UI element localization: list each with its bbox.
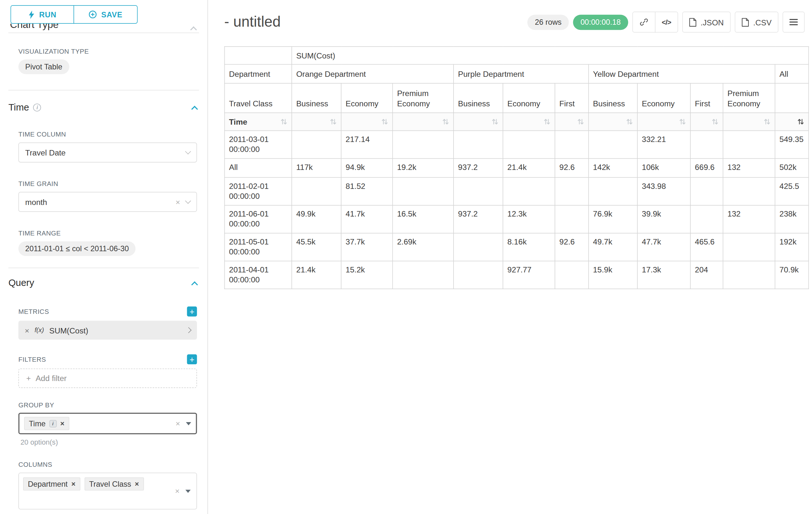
row-axis-label: Travel Class (225, 83, 292, 113)
sort-icon[interactable] (281, 118, 287, 125)
lightning-icon (28, 10, 35, 19)
table-row: 2011-05-01 00:00:00 45.5k 37.7k 2.69k 8.… (225, 233, 809, 261)
metric-header-cell: SUM(Cost) (292, 47, 809, 64)
pivot-table-container: SUM(Cost) Department Orange Department P… (224, 46, 812, 289)
clear-icon[interactable]: × (176, 420, 180, 428)
columns-select[interactable]: Department × Travel Class × × (18, 472, 197, 510)
metric-item[interactable]: × f(x) SUM(Cost) (18, 321, 197, 340)
table-cell: 92.6 (555, 233, 589, 261)
table-row: 2011-03-01 00:00:00 217.14 332.21 549.35 (225, 131, 809, 159)
table-row: 2011-04-01 00:00:00 21.4k 15.2k 927.77 1… (225, 261, 809, 289)
table-cell (292, 177, 341, 205)
menu-icon (789, 19, 798, 20)
table-row: 2011-02-01 00:00:00 81.52 343.98 425.5 (225, 177, 809, 205)
divider (8, 268, 199, 268)
table-cell (723, 113, 775, 131)
columns-tag[interactable]: Department × (23, 477, 80, 491)
chart-header: - untitled 26 rows 00:00:00.18 </> (208, 0, 812, 39)
time-range-label: TIME RANGE (18, 230, 197, 237)
col-header: Premium Economy (723, 83, 775, 113)
table-cell: 106k (637, 158, 690, 177)
row-header-cell: 2011-04-01 00:00:00 (225, 261, 292, 289)
table-cell: 21.4k (292, 261, 341, 289)
sort-icon[interactable] (381, 118, 388, 125)
plus-icon: + (190, 307, 194, 316)
remove-tag-icon[interactable]: × (135, 480, 139, 488)
remove-tag-icon[interactable]: × (60, 420, 64, 428)
embed-code-button[interactable]: </> (655, 11, 678, 32)
remove-tag-icon[interactable]: × (71, 480, 76, 488)
sort-icon[interactable] (330, 118, 337, 125)
sort-icon[interactable] (712, 118, 718, 125)
table-cell (555, 113, 589, 131)
time-grain-select[interactable]: month × (18, 192, 197, 212)
table-cell (690, 131, 723, 159)
col-header: Economy (503, 83, 555, 113)
columns-tag-label: Department (28, 480, 68, 488)
save-button[interactable]: SAVE (74, 5, 138, 23)
caret-down-icon (185, 490, 191, 493)
table-cell (454, 177, 503, 205)
sort-icon[interactable] (544, 118, 550, 125)
table-cell: 927.77 (503, 261, 555, 289)
table-row: 2011-06-01 00:00:00 49.9k 41.7k 16.5k 93… (225, 205, 809, 233)
collapse-chevron-icon[interactable] (191, 105, 198, 112)
collapse-chevron-icon[interactable] (191, 281, 198, 288)
table-cell (292, 131, 341, 159)
table-cell (454, 113, 503, 131)
row-axis-label: Department (225, 64, 292, 83)
group-by-select[interactable]: Time i × × (18, 413, 197, 434)
group-by-options-count: 20 option(s) (21, 438, 208, 447)
table-cell (503, 113, 555, 131)
sort-icon[interactable] (679, 118, 686, 125)
sort-icon[interactable] (763, 118, 770, 125)
table-cell (454, 233, 503, 261)
clear-icon[interactable]: × (175, 487, 179, 495)
group-by-tag[interactable]: Time i × (24, 417, 69, 430)
columns-tag[interactable]: Travel Class × (84, 477, 144, 491)
file-download-icon (689, 18, 696, 27)
table-cell: 142k (589, 158, 637, 177)
add-filter-button[interactable]: + Add filter (18, 369, 197, 388)
sort-desc-icon[interactable] (797, 118, 804, 125)
time-column-select[interactable]: Travel Date (18, 142, 197, 162)
visualization-type-value[interactable]: Pivot Table (18, 59, 69, 74)
col-header: First (690, 83, 723, 113)
col-group-header: All (775, 64, 809, 83)
add-metric-button[interactable]: + (187, 306, 197, 317)
add-filter-plus-button[interactable]: + (187, 354, 197, 364)
results-menu-button[interactable] (782, 11, 805, 32)
download-csv-button[interactable]: .CSV (735, 11, 778, 32)
query-section-header: Query (8, 277, 197, 289)
chart-type-section-header: Chart Type (8, 24, 199, 33)
table-cell: 41.7k (341, 205, 393, 233)
explore-view: RUN SAVE Chart Type VISUALIZATION TYPE P… (0, 0, 812, 514)
table-cell (341, 113, 393, 131)
table-cell: 49.7k (589, 233, 637, 261)
table-cell: 37.7k (341, 233, 393, 261)
sort-icon[interactable] (626, 118, 633, 125)
table-cell: 669.6 (690, 158, 723, 177)
time-range-value[interactable]: 2011-01-01 ≤ col < 2011-06-30 (18, 241, 136, 256)
table-cell: 332.21 (637, 131, 690, 159)
table-row: Department Orange Department Purple Depa… (225, 64, 809, 83)
table-cell (393, 261, 454, 289)
table-cell (454, 261, 503, 289)
time-section-header: Time i (8, 102, 197, 113)
col-header (775, 83, 809, 113)
sort-icon[interactable] (577, 118, 584, 125)
table-cell: 70.9k (775, 261, 809, 289)
remove-metric-icon[interactable]: × (25, 326, 29, 334)
download-csv-label: .CSV (753, 18, 772, 27)
download-json-button[interactable]: .JSON (682, 11, 730, 32)
columns-label: COLUMNS (18, 461, 197, 468)
table-cell (589, 113, 637, 131)
run-button[interactable]: RUN (10, 5, 74, 23)
table-cell: 15.2k (341, 261, 393, 289)
link-icon (640, 18, 648, 26)
clear-icon[interactable]: × (176, 198, 180, 206)
copy-link-button[interactable] (632, 11, 656, 32)
sort-icon[interactable] (442, 118, 449, 125)
group-by-tag-label: Time (29, 419, 46, 428)
sort-icon[interactable] (492, 118, 498, 125)
